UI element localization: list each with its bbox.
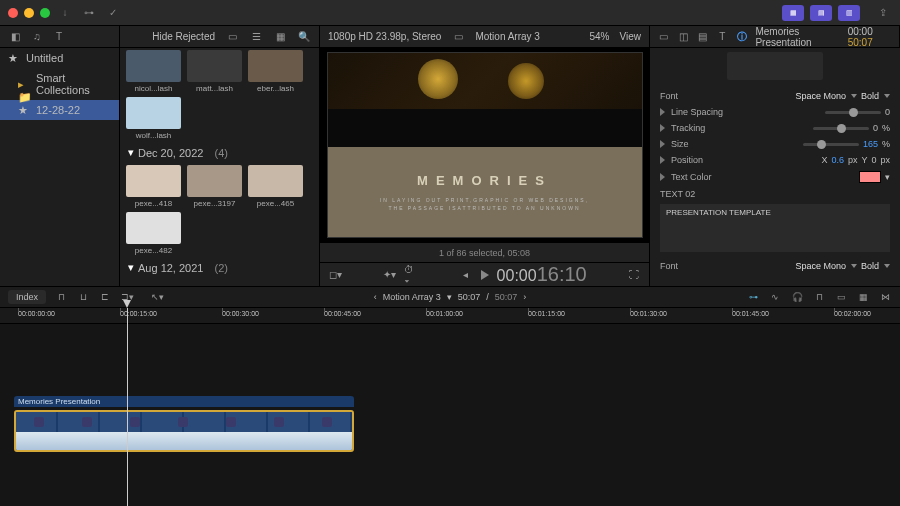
zoom-dropdown[interactable]: 54% [589, 31, 609, 42]
date-header-2[interactable]: ▾ Aug 12, 2021 (2) [120, 257, 319, 278]
close-window-button[interactable] [8, 8, 18, 18]
media-thumb[interactable]: pexe...3197 [187, 165, 242, 208]
audio-skim-icon[interactable]: ∿ [768, 290, 782, 304]
timeline-prev-icon[interactable]: ‹ [374, 292, 377, 302]
timeline[interactable]: 00:00:00:0000:00:15:0000:00:30:0000:00:4… [0, 308, 900, 506]
project-name-dropdown[interactable]: Motion Array 3 [475, 31, 539, 42]
media-thumb[interactable]: pexe...418 [126, 165, 181, 208]
media-thumb-label: wolf...lash [126, 131, 181, 140]
view-dropdown[interactable]: View [620, 31, 642, 42]
prev-edit-icon[interactable]: ◂ [459, 268, 473, 282]
media-thumb[interactable]: wolf...lash [126, 97, 181, 140]
clip-appearance-tl-icon[interactable]: ▭ [834, 290, 848, 304]
disclosure-triangle-icon[interactable] [660, 156, 665, 164]
disclosure-triangle-icon[interactable] [660, 108, 665, 116]
transform-tool-icon[interactable]: ◻▾ [328, 268, 342, 282]
select-tool-icon[interactable]: ↖▾ [150, 290, 164, 304]
share-icon[interactable]: ⇪ [874, 4, 892, 22]
text-insp-icon[interactable]: T [716, 30, 727, 44]
color-dropdown-icon[interactable]: ▾ [885, 172, 890, 182]
pos-x-value[interactable]: 0.6 [831, 155, 844, 165]
zoom-window-button[interactable] [40, 8, 50, 18]
titles-icon[interactable]: T [52, 30, 66, 44]
tracking-value[interactable]: 0 [873, 123, 878, 133]
layout-dual-button[interactable]: ▤ [810, 5, 832, 21]
skimming-icon[interactable]: ⊶ [746, 290, 760, 304]
preview-text-band: MEMORIES IN LAYING OUT PRINT,GRAPHIC OR … [328, 147, 642, 237]
import-icon[interactable]: ↓ [56, 4, 74, 22]
pos-y-value[interactable]: 0 [871, 155, 876, 165]
insp-textcolor-label: Text Color [671, 172, 741, 182]
effects-icon[interactable]: ▦ [856, 290, 870, 304]
viewer-timecode[interactable]: 00:0016:10 [497, 263, 587, 286]
timeline-project-name[interactable]: Motion Array 3 [383, 292, 441, 302]
snap-icon[interactable]: ⊓ [812, 290, 826, 304]
media-thumb[interactable]: nicol...lash [126, 50, 181, 93]
enhance-icon[interactable]: ✦▾ [382, 268, 396, 282]
list-icon[interactable]: ☰ [249, 30, 263, 44]
timeline-clip[interactable] [14, 410, 354, 452]
insert-clip-icon[interactable]: ⊔ [76, 290, 90, 304]
font-weight-dropdown[interactable]: Bold [861, 91, 890, 101]
size-value[interactable]: 165 [863, 139, 878, 149]
media-thumb[interactable]: pexe...465 [248, 165, 303, 208]
media-thumb[interactable]: matt...lash [187, 50, 242, 93]
title-text-area[interactable]: PRESENTATION TEMPLATE [660, 204, 890, 252]
fullscreen-icon[interactable]: ⛶ [627, 268, 641, 282]
solo-icon[interactable]: 🎧 [790, 290, 804, 304]
timeline-ruler[interactable]: 00:00:00:0000:00:15:0000:00:30:0000:00:4… [0, 308, 900, 324]
disclosure-triangle-icon[interactable] [660, 173, 665, 181]
timeline-next-icon[interactable]: › [523, 292, 526, 302]
media-thumb-label: matt...lash [187, 84, 242, 93]
media-thumb[interactable]: pexe...482 [126, 212, 181, 255]
font-family-dropdown[interactable]: Space Mono [795, 91, 857, 101]
minimize-window-button[interactable] [24, 8, 34, 18]
insp-tracking-row: Tracking 0 % [650, 120, 900, 136]
clip-title-bar[interactable]: Memories Presentation [14, 396, 354, 407]
date-header-1[interactable]: ▾ Dec 20, 2022 (4) [120, 142, 319, 163]
retime-icon[interactable]: ⏱▾ [404, 268, 418, 282]
line-spacing-slider[interactable] [825, 111, 881, 114]
keyword-icon[interactable]: ⊶ [80, 4, 98, 22]
font2-family-dropdown[interactable]: Space Mono [795, 261, 857, 271]
disclosure-triangle-icon[interactable] [660, 124, 665, 132]
timeline-tracks[interactable]: Memories Presentation [0, 324, 900, 506]
filmstrip-icon[interactable]: ▭ [225, 30, 239, 44]
media-thumb[interactable]: eber...lash [248, 50, 303, 93]
media-thumb-label: nicol...lash [126, 84, 181, 93]
info-insp-icon[interactable]: ⓘ [736, 30, 747, 44]
toolbar-viewer-seg: 1080p HD 23.98p, Stereo ▭ Motion Array 3… [320, 26, 650, 47]
library-untitled[interactable]: ★ Untitled [0, 48, 119, 68]
line-spacing-value[interactable]: 0 [885, 107, 890, 117]
font2-weight-dropdown[interactable]: Bold [861, 261, 890, 271]
event-star-icon: ★ [18, 104, 30, 116]
disclosure-triangle-icon[interactable] [660, 140, 665, 148]
pos-x-unit: px [848, 155, 858, 165]
append-clip-icon[interactable]: ⊏ [98, 290, 112, 304]
video-insp-icon[interactable]: ▭ [658, 30, 669, 44]
transitions-icon[interactable]: ⋈ [878, 290, 892, 304]
size-slider[interactable] [803, 143, 859, 146]
render-icon[interactable]: ✓ [104, 4, 122, 22]
library-star-icon: ★ [8, 52, 20, 64]
viewer-canvas[interactable]: MEMORIES IN LAYING OUT PRINT,GRAPHIC OR … [320, 48, 649, 242]
viewer-panel: MEMORIES IN LAYING OUT PRINT,GRAPHIC OR … [320, 48, 650, 286]
color-insp-icon[interactable]: ◫ [677, 30, 688, 44]
search-icon[interactable]: 🔍 [297, 30, 311, 44]
preview-title: MEMORIES [417, 173, 552, 188]
playhead[interactable] [127, 308, 128, 506]
music-icon[interactable]: ♫ [30, 30, 44, 44]
hide-rejected-dropdown[interactable]: Hide Rejected [152, 31, 215, 42]
tracking-slider[interactable] [813, 127, 869, 130]
audio-insp-icon[interactable]: ▤ [697, 30, 708, 44]
photos-icon[interactable]: ◧ [8, 30, 22, 44]
clip-appearance-icon[interactable]: ▦ [273, 30, 287, 44]
library-smart-collections[interactable]: ▸📁 Smart Collections [0, 68, 119, 100]
timeline-current: 50:07 [458, 292, 481, 302]
layout-grid-button[interactable]: ▦ [782, 5, 804, 21]
connect-clip-icon[interactable]: ⊓ [54, 290, 68, 304]
index-button[interactable]: Index [8, 290, 46, 304]
play-button[interactable] [481, 270, 489, 280]
text-color-swatch[interactable] [859, 171, 881, 183]
layout-tc-button[interactable]: ▥ [838, 5, 860, 21]
